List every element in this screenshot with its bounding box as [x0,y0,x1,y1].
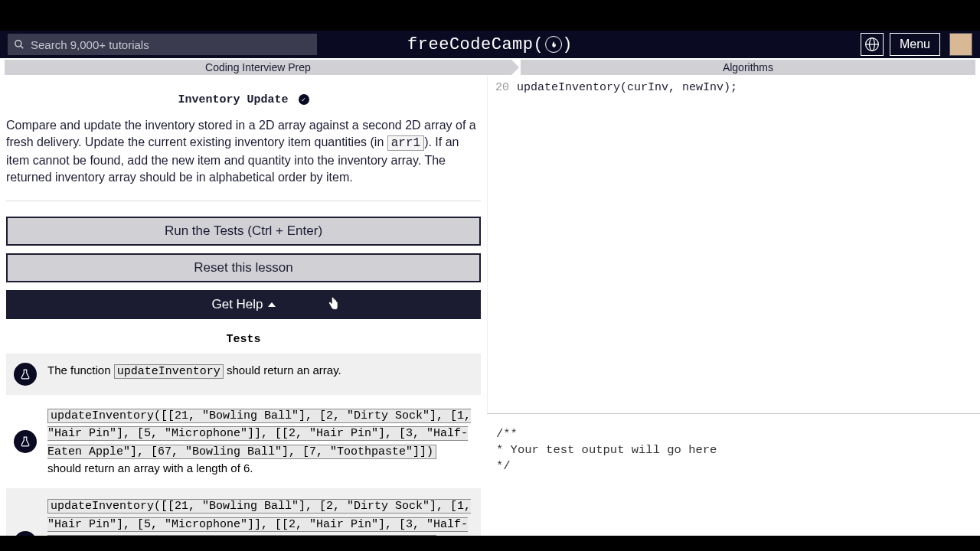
test-text-2: updateInventory([[21, "Bowling Ball"], [… [47,407,473,477]
run-tests-button[interactable]: Run the Tests (Ctrl + Enter) [6,217,481,246]
search-input[interactable] [31,38,311,51]
test-item-1: The function updateInventory should retu… [6,354,481,395]
main-area: Inventory Update ✓ Compare and update th… [0,77,980,536]
test-item-2: updateInventory([[21, "Bowling Ball"], [… [6,398,481,486]
test-text-3: updateInventory([[21, "Bowling Ball"], [… [47,497,473,536]
code-line-20: 20 updateInventory(curInv, newInv); [488,81,980,94]
top-letterbox [0,0,980,31]
avatar[interactable] [949,33,972,56]
header-bar: freeCodeCamp( ) Menu [0,31,980,58]
inline-code-arr1: arr1 [387,135,424,151]
brand-logo[interactable]: freeCodeCamp( ) [407,35,573,54]
flask-icon [14,531,37,536]
menu-button[interactable]: Menu [890,33,940,56]
brand-close: ) [562,35,573,54]
svg-point-0 [15,41,21,47]
header-right: Menu [861,33,972,56]
breadcrumb: Coding Interview Prep Algorithms [0,58,980,77]
lesson-title-text: Inventory Update [178,93,288,106]
breadcrumb-subcategory[interactable]: Algorithms [521,60,975,75]
flask-icon [14,363,37,386]
code-content: updateInventory(curInv, newInv); [517,81,737,94]
separator [6,201,481,201]
instructions-scroll[interactable]: Inventory Update ✓ Compare and update th… [0,77,487,536]
search-icon [14,39,24,50]
cursor-pointer-icon [328,296,338,312]
svg-line-1 [21,46,24,49]
check-icon: ✓ [299,94,309,105]
test-item-3: updateInventory([[21, "Bowling Ball"], [… [6,488,481,536]
output-pane: /** * Your test output will go here */ [487,413,980,536]
caret-up-icon [268,302,276,307]
get-help-button[interactable]: Get Help [6,290,481,319]
flask-icon [14,430,37,453]
tests-heading: Tests [0,327,487,354]
lesson-title: Inventory Update ✓ [0,77,487,117]
search-container[interactable] [8,34,317,55]
globe-icon [864,37,880,52]
test-text-1: The function updateInventory should retu… [47,363,341,381]
lesson-description: Compare and update the inventory stored … [0,117,487,201]
breadcrumb-category[interactable]: Coding Interview Prep [5,60,511,75]
get-help-label: Get Help [211,297,263,312]
code-editor[interactable]: 20 updateInventory(curInv, newInv); [487,77,980,413]
brand-text: freeCodeCamp( [407,35,544,54]
bottom-letterbox [0,536,980,551]
language-button[interactable] [861,33,884,56]
line-number: 20 [488,81,517,94]
reset-lesson-button[interactable]: Reset this lesson [6,253,481,282]
editor-pane: 20 updateInventory(curInv, newInv); /** … [487,77,980,536]
fire-icon [545,36,562,53]
instructions-pane: Inventory Update ✓ Compare and update th… [0,77,487,536]
